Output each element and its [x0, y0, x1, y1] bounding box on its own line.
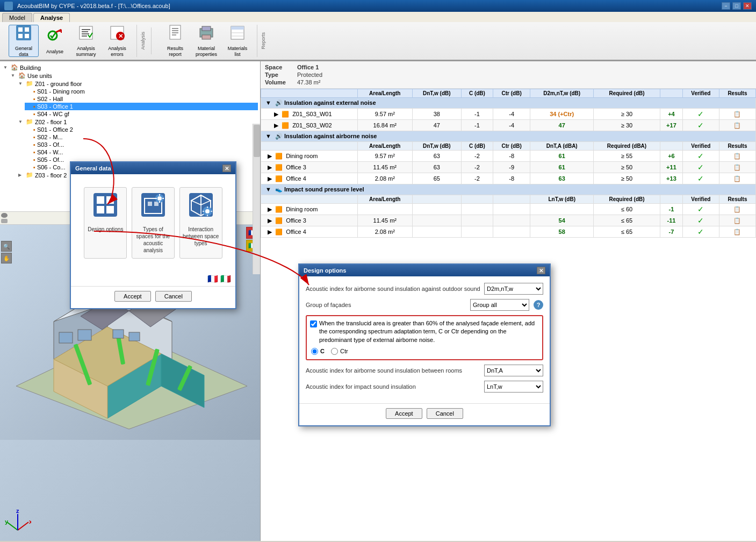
section-impact-toggle[interactable]: ▼ — [265, 186, 271, 192]
tree-item-s01-dining[interactable]: ▪ S01 - Dining room — [25, 88, 258, 95]
acoustic-index-select[interactable]: D2m,nT,w Rw+C Rw+Ctr — [484, 283, 543, 295]
general-data-button[interactable]: Generaldata — [9, 25, 39, 57]
minimize-button[interactable]: − — [722, 2, 730, 10]
col-element — [261, 89, 358, 98]
office4-expand[interactable]: ▶ — [268, 175, 272, 182]
radio-c[interactable] — [311, 348, 318, 355]
building-node[interactable]: ▼ 🏠 Building — [2, 63, 258, 72]
analysis-summary-button[interactable]: Analysissummary — [71, 25, 101, 57]
office4-imp-results-btn[interactable]: 📋 — [733, 229, 741, 235]
tree-item-z01[interactable]: ▼ 📁 Z01 - ground floor — [17, 80, 258, 88]
use-units-icon: 🏠 — [18, 72, 26, 79]
toolbar-outer: Model Analyse Generaldata — [0, 12, 756, 61]
office4-imp-expand[interactable]: ▶ — [268, 229, 272, 235]
results-report-icon — [167, 24, 184, 45]
results-report-button[interactable]: Resultsreport — [160, 25, 190, 57]
general-data-cancel-button[interactable]: Cancel — [155, 291, 192, 302]
interaction-types-icon-btn[interactable]: Interaction between space types — [179, 187, 222, 259]
dining-expand[interactable]: ▶ — [268, 153, 272, 159]
group-facades-select[interactable]: Group all By zone Individual — [470, 299, 529, 311]
model-tab[interactable]: Model — [2, 13, 32, 22]
office3-imp-results-btn[interactable]: 📋 — [733, 217, 741, 224]
w01-results-btn[interactable]: 📋 — [733, 111, 741, 117]
flag-fr-icon: 🇫🇷 — [207, 274, 218, 284]
tree-item-z02[interactable]: ▼ 📁 Z02 - floor 1 — [17, 118, 258, 126]
design-options-dialog[interactable]: Design options ✕ Acoustic index for airb… — [298, 263, 551, 426]
dining-results-btn[interactable]: 📋 — [733, 153, 741, 159]
tree-scrollbar[interactable] — [253, 124, 260, 274]
building-arrow[interactable]: ▼ — [3, 65, 11, 70]
office3-results-btn[interactable]: 📋 — [733, 164, 741, 170]
ih-col3 — [462, 195, 493, 204]
view-tool-1[interactable] — [1, 213, 8, 218]
analysis-errors-icon: ✕ — [109, 24, 126, 45]
view-tool-2[interactable] — [1, 219, 8, 224]
s01-label: S01 - Dining room — [37, 88, 85, 95]
row-office4: ▶ 🟧 Office 4 2.08 m² 65 -2 -8 63 ≥ 50 +1… — [261, 173, 756, 184]
zoom-tool[interactable]: 🔍 — [1, 241, 12, 252]
types-spaces-icon-btn[interactable]: Types of spaces for the acoustic analysi… — [132, 187, 175, 259]
svg-rect-46 — [113, 330, 124, 338]
tree-item-s02-m[interactable]: ▪ S02 - M... — [25, 133, 258, 141]
radio-ctr[interactable] — [331, 348, 338, 355]
section-airborne-toggle[interactable]: ▼ — [265, 133, 271, 139]
design-options-cancel-button[interactable]: Cancel — [427, 408, 463, 419]
office4-imp-label: Office 4 — [286, 229, 306, 235]
materials-list-button[interactable]: Materialslist — [222, 25, 253, 57]
svg-rect-17 — [170, 25, 181, 39]
dining-imp-results-btn[interactable]: 📋 — [733, 206, 741, 212]
general-data-footer: Accept Cancel — [71, 286, 235, 308]
general-data-dialog[interactable]: General data ✕ Design opti — [70, 161, 236, 309]
maximize-button[interactable]: □ — [732, 2, 741, 10]
office4-area: 2.08 m² — [358, 173, 413, 184]
svg-rect-3 — [18, 34, 23, 38]
col-c: C (dB) — [462, 89, 493, 98]
group-facades-row: Group of façades Group all By zone Indiv… — [306, 299, 543, 311]
analyse-button[interactable]: Analyse — [40, 25, 70, 57]
dining-imp-cell: ▶ 🟧 Dining room — [261, 204, 358, 215]
w02-expand[interactable]: ▶ — [274, 122, 278, 129]
z02-arrow[interactable]: ▼ — [18, 119, 26, 124]
office4-results-btn[interactable]: 📋 — [733, 175, 741, 182]
w02-results-btn[interactable]: 📋 — [733, 122, 741, 129]
s03b-icon: ▪ — [33, 141, 35, 148]
tree-item-s04-wc[interactable]: ▪ S04 - WC gf — [25, 110, 258, 118]
office4-imp-icon: 🟧 — [275, 229, 283, 235]
pan-tool[interactable]: ✋ — [1, 253, 12, 263]
w01-req: ≥ 30 — [593, 109, 660, 120]
translucid-checkbox[interactable] — [310, 320, 317, 327]
help-button[interactable]: ? — [534, 300, 543, 310]
design-options-icon-btn[interactable]: Design options — [84, 187, 127, 259]
use-units-arrow[interactable]: ▼ — [11, 73, 18, 78]
dining-imp-expand[interactable]: ▶ — [268, 206, 272, 212]
general-data-close[interactable]: ✕ — [222, 165, 231, 172]
close-window-button[interactable]: ✕ — [743, 2, 752, 10]
general-data-body: Design options — [71, 174, 235, 272]
analyse-tab[interactable]: Analyse — [33, 13, 70, 22]
general-data-accept-button[interactable]: Accept — [114, 291, 151, 302]
z01-arrow[interactable]: ▼ — [18, 81, 26, 86]
tree-item-s01-office2[interactable]: ▪ S01 - Office 2 — [25, 126, 258, 133]
material-properties-button[interactable]: Materialproperties — [191, 25, 221, 57]
tree-item-s03-office[interactable]: ▪ S03 - Office 1 — [25, 103, 258, 110]
z03-arrow[interactable]: ▶ — [18, 173, 26, 177]
office4-imp-req: ≤ 65 — [593, 226, 660, 238]
analysis-errors-button[interactable]: ✕ Analysiserrors — [102, 25, 132, 57]
impact-select[interactable]: LnT,w Ln,w — [484, 381, 543, 393]
design-options-close[interactable]: ✕ — [537, 267, 545, 274]
office3-expand[interactable]: ▶ — [268, 164, 272, 170]
s03-icon: ▪ — [33, 103, 35, 110]
tree-item-s03-of[interactable]: ▪ S03 - Of... — [25, 141, 258, 148]
section-external-toggle[interactable]: ▼ — [265, 99, 271, 106]
tree-item-use-units[interactable]: ▼ 🏠 Use units — [10, 72, 258, 80]
w01-expand[interactable]: ▶ — [274, 111, 278, 117]
types-spaces-label: Types of spaces for the acoustic analysi… — [134, 226, 172, 254]
w01-verified: ✓ — [682, 109, 719, 120]
airborne-rooms-select[interactable]: DnT,A DnT,w Rw — [484, 365, 543, 376]
tree-item-s02-hall[interactable]: ▪ S02 - Hall — [25, 95, 258, 103]
office3-imp-expand[interactable]: ▶ — [268, 217, 272, 224]
s02-icon: ▪ — [33, 96, 35, 102]
scrollbar-thumb[interactable] — [254, 125, 260, 157]
tree-item-s04-w[interactable]: ▪ S04 - W... — [25, 148, 258, 156]
design-options-accept-button[interactable]: Accept — [386, 408, 422, 419]
